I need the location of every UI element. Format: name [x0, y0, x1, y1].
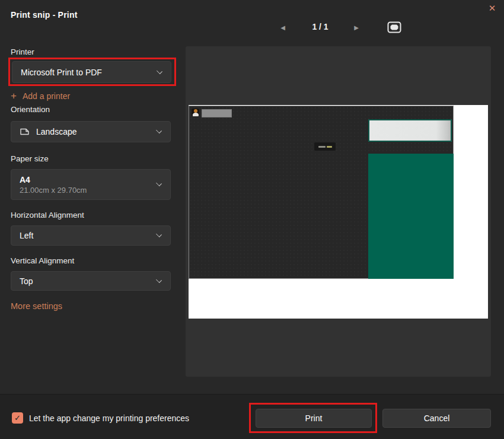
prev-arrow-icon: ◀ — [280, 24, 285, 31]
avatar — [192, 109, 199, 116]
cancel-button[interactable]: Cancel — [382, 409, 491, 428]
printer-label: Printer — [11, 47, 34, 56]
printing-preferences-label: Let the app change my printing preferenc… — [29, 413, 189, 423]
paper-size-value: A4 — [20, 175, 87, 184]
avatar-body — [193, 113, 199, 117]
print-preview-panel — [186, 46, 491, 377]
horizontal-alignment-value: Left — [20, 231, 33, 240]
paper-size-dimensions: 21.00cm x 29.70cm — [20, 186, 87, 195]
vertical-alignment-label: Vertical Alignment — [11, 256, 74, 265]
plus-icon: + — [11, 91, 17, 101]
footer-bar: ✓ Let the app change my printing prefere… — [0, 394, 504, 439]
tooltip-text-dash — [327, 146, 332, 148]
fit-to-window-button[interactable] — [387, 21, 402, 34]
more-settings-link[interactable]: More settings — [11, 301, 62, 311]
chevron-down-icon — [156, 231, 162, 237]
paper-size-dropdown[interactable]: A4 21.00cm x 29.70cm — [11, 169, 171, 200]
orientation-dropdown[interactable]: Landscape — [11, 121, 171, 142]
chevron-down-icon — [156, 277, 162, 283]
next-page-button[interactable]: ▶ — [351, 22, 362, 33]
vertical-alignment-value: Top — [20, 276, 33, 286]
snip-preview-image — [189, 106, 454, 279]
chevron-down-icon — [156, 128, 162, 133]
paper-size-label: Paper size — [11, 154, 49, 163]
previous-page-button[interactable]: ◀ — [277, 22, 288, 33]
fit-to-window-icon — [387, 21, 401, 33]
horizontal-alignment-label: Horizontal Alignment — [11, 211, 84, 220]
orientation-dropdown-value: Landscape — [36, 127, 77, 136]
redacted-label-block — [202, 109, 232, 117]
tooltip-badge — [314, 142, 336, 151]
close-icon[interactable]: ✕ — [485, 2, 499, 15]
printer-dropdown[interactable]: Microsoft Print to PDF — [12, 61, 171, 83]
chevron-down-icon — [157, 68, 162, 74]
printer-dropdown-value: Microsoft Print to PDF — [21, 68, 102, 77]
paper-size-stack: A4 21.00cm x 29.70cm — [20, 175, 87, 195]
preview-paper-page — [189, 105, 488, 319]
tooltip-text-dash — [318, 146, 326, 148]
chevron-down-icon — [156, 180, 162, 186]
page-indicator: 1 / 1 — [302, 22, 339, 31]
orientation-label: Orientation — [11, 105, 50, 114]
printing-preferences-checkbox[interactable]: ✓ — [12, 412, 23, 424]
add-printer-link[interactable]: + Add a printer — [11, 91, 70, 101]
print-button[interactable]: Print — [256, 409, 372, 428]
window-title: Print snip - Print — [11, 10, 78, 20]
print-dialog-window: Print snip - Print ✕ ◀ 1 / 1 ▶ Printer M… — [0, 0, 504, 439]
vertical-alignment-dropdown[interactable]: Top — [11, 271, 171, 291]
green-region — [368, 154, 454, 279]
horizontal-alignment-dropdown[interactable]: Left — [11, 225, 171, 246]
add-printer-label: Add a printer — [23, 91, 70, 101]
checkmark-icon: ✓ — [14, 414, 21, 422]
next-arrow-icon: ▶ — [354, 24, 359, 31]
landscape-page-icon — [20, 128, 30, 136]
highlighted-input-box — [368, 119, 452, 142]
